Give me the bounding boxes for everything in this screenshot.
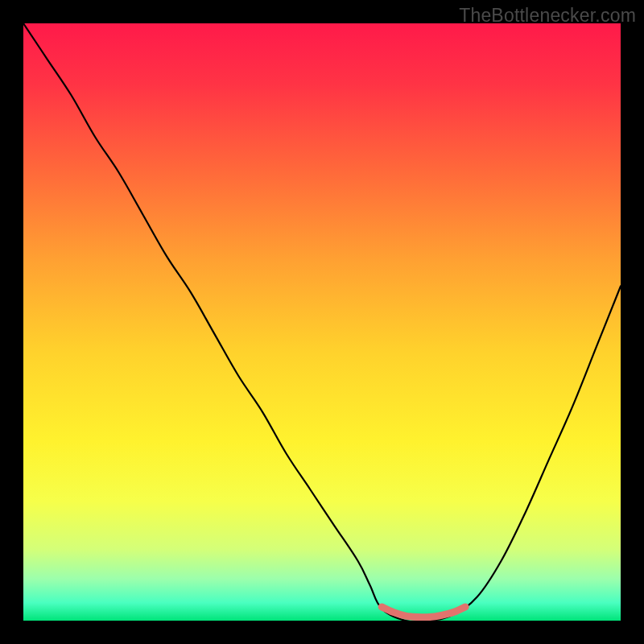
watermark-text: TheBottleneсker.com bbox=[459, 5, 636, 27]
gradient-background bbox=[23, 23, 621, 621]
plot-area bbox=[23, 23, 621, 621]
chart-frame: TheBottleneсker.com bbox=[0, 0, 644, 644]
chart-svg bbox=[23, 23, 621, 621]
